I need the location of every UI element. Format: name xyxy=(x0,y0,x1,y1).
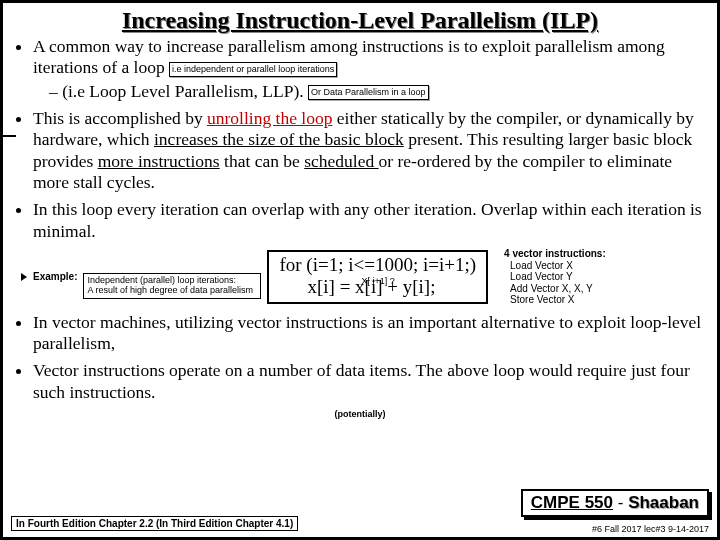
vec-i1: Load Vector X xyxy=(510,260,606,272)
code-hint: X[ i+1] ? xyxy=(361,276,394,286)
b1-subitem: (i.e Loop Level Parallelism, LLP). Or Da… xyxy=(49,81,705,102)
vec-i2: Load Vector Y xyxy=(510,271,606,283)
b1-text: A common way to increase parallelism amo… xyxy=(33,36,665,77)
vec-i3: Add Vector X, X, Y xyxy=(510,283,606,295)
bullet-4: In vector machines, utilizing vector ins… xyxy=(33,312,705,355)
main-list: A common way to increase parallelism amo… xyxy=(11,36,705,242)
unrolling-link: unrolling the loop xyxy=(207,108,332,128)
course-code: CMPE 550 xyxy=(531,493,613,512)
course-box: CMPE 550 - Shaaban xyxy=(521,489,709,517)
course-name: Shaaban xyxy=(628,493,699,512)
footer-left: In Fourth Edition Chapter 2.2 (In Third … xyxy=(11,516,298,531)
vector-instructions: 4 vector instructions: Load Vector X Loa… xyxy=(504,248,606,306)
b1-sub-text: (i.e Loop Level Parallelism, LLP). xyxy=(62,81,304,101)
bullet-3: In this loop every iteration can overlap… xyxy=(33,199,705,242)
b2u1: increases the size of the basic block xyxy=(154,129,404,149)
bullet-5: Vector instructions operate on a number … xyxy=(33,360,705,403)
indep-l2: A result of high degree of data parallel… xyxy=(87,286,257,296)
b2u2: more instructions xyxy=(98,151,220,171)
footer-right: #6 Fall 2017 lec#3 9-14-2017 xyxy=(592,524,709,534)
b1-sublist: (i.e Loop Level Parallelism, LLP). Or Da… xyxy=(33,81,705,102)
bullet-1: A common way to increase parallelism amo… xyxy=(33,36,705,102)
b2d: that can be xyxy=(220,151,305,171)
note-independent-iterations: i.e independent or parallel loop iterati… xyxy=(169,62,337,77)
code-line-1: for (i=1; i<=1000; i=i+1;) xyxy=(279,254,476,276)
arrow-icon xyxy=(21,273,27,281)
b2u3: scheduled xyxy=(304,151,378,171)
code-box: for (i=1; i<=1000; i=i+1;) X[ i+1] ? x[i… xyxy=(267,250,488,304)
corner-decoration xyxy=(0,121,16,137)
vec-head: 4 vector instructions: xyxy=(504,248,606,260)
b2a: This is accomplished by xyxy=(33,108,207,128)
independent-iterations-box: Independent (parallel) loop iterations: … xyxy=(83,273,261,299)
slide: Increasing Instruction-Level Parallelism… xyxy=(0,0,720,540)
vec-i4: Store Vector X xyxy=(510,294,606,306)
potentially-note: (potentially) xyxy=(3,409,717,419)
bullet-2: This is accomplished by unrolling the lo… xyxy=(33,108,705,193)
note-data-parallelism: Or Data Parallelism in a loop xyxy=(308,85,429,100)
example-row: Example: Independent (parallel) loop ite… xyxy=(21,248,707,306)
course-dash: - xyxy=(613,493,628,512)
slide-title: Increasing Instruction-Level Parallelism… xyxy=(3,7,717,34)
example-label: Example: xyxy=(33,271,77,282)
main-list-2: In vector machines, utilizing vector ins… xyxy=(11,312,705,403)
